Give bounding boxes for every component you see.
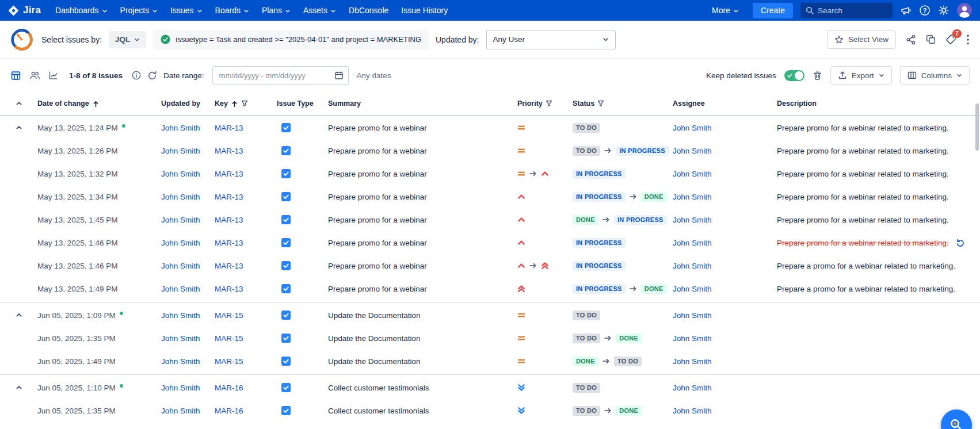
task-issue-type-icon[interactable] — [281, 311, 291, 320]
jql-query-display[interactable]: issuetype = Task and created >= "2025-04… — [153, 30, 429, 49]
assignee-link[interactable]: John Smith — [673, 239, 712, 247]
task-issue-type-icon[interactable] — [281, 334, 291, 343]
updated-by-link[interactable]: John Smith — [161, 407, 200, 415]
query-mode-dropdown[interactable]: JQL — [109, 31, 146, 48]
collapse-group-icon[interactable] — [16, 384, 22, 391]
assignee-link[interactable]: John Smith — [673, 216, 712, 224]
info-icon[interactable] — [132, 71, 141, 80]
announcements-megaphone-icon[interactable] — [900, 5, 912, 16]
assignee-link[interactable]: John Smith — [673, 262, 712, 270]
assignee-link[interactable]: John Smith — [673, 311, 712, 320]
user-avatar[interactable] — [957, 3, 972, 18]
nav-item-dbconsole[interactable]: DbConsole — [342, 0, 395, 21]
assignee-link[interactable]: John Smith — [673, 384, 712, 392]
issue-key-link[interactable]: MAR-13 — [215, 285, 243, 293]
assignee-link[interactable]: John Smith — [673, 407, 712, 415]
issue-key-link[interactable]: MAR-13 — [215, 124, 243, 132]
navbar-search[interactable] — [800, 3, 893, 18]
nav-item-boards[interactable]: Boards — [209, 0, 256, 21]
table-scrollbar-thumb[interactable] — [975, 104, 979, 151]
search-input[interactable] — [818, 6, 887, 15]
issue-key-link[interactable]: MAR-15 — [215, 311, 243, 320]
help-icon[interactable]: ? — [919, 5, 931, 16]
table-view-icon[interactable] — [10, 71, 21, 81]
export-button[interactable]: Export — [830, 66, 892, 85]
task-issue-type-icon[interactable] — [281, 261, 291, 270]
restore-description-icon[interactable] — [956, 238, 965, 247]
trash-icon[interactable] — [813, 71, 822, 81]
nav-item-more[interactable]: More — [706, 0, 745, 21]
task-issue-type-icon[interactable] — [281, 169, 291, 178]
task-issue-type-icon[interactable] — [281, 284, 291, 293]
calendar-icon[interactable] — [334, 71, 344, 80]
assignee-link[interactable]: John Smith — [673, 285, 712, 293]
chart-view-icon[interactable] — [48, 71, 58, 80]
updated-by-link[interactable]: John Smith — [161, 124, 200, 132]
updated-by-link[interactable]: John Smith — [161, 311, 200, 320]
filter-funnel-icon[interactable] — [241, 100, 248, 107]
date-range-input[interactable] — [212, 66, 349, 85]
task-issue-type-icon[interactable] — [281, 383, 291, 392]
more-options-kebab-icon[interactable] — [966, 35, 970, 45]
nav-item-assets[interactable]: Assets — [297, 0, 342, 21]
issue-key-link[interactable]: MAR-13 — [215, 147, 243, 155]
collapse-group-icon[interactable] — [16, 312, 22, 319]
assignee-link[interactable]: John Smith — [673, 124, 712, 132]
task-issue-type-icon[interactable] — [281, 238, 291, 247]
assignee-link[interactable]: John Smith — [673, 357, 712, 366]
header-status[interactable]: Status — [573, 99, 673, 108]
updated-by-link[interactable]: John Smith — [161, 334, 200, 343]
nav-item-projects[interactable]: Projects — [114, 0, 165, 21]
nav-item-issue-history[interactable]: Issue History — [395, 0, 454, 21]
updated-by-link[interactable]: John Smith — [161, 357, 200, 366]
task-issue-type-icon[interactable] — [281, 123, 291, 132]
header-summary[interactable]: Summary — [328, 99, 517, 108]
people-view-icon[interactable] — [29, 71, 40, 80]
task-issue-type-icon[interactable] — [281, 215, 291, 224]
keep-deleted-toggle[interactable] — [784, 70, 804, 81]
issue-key-link[interactable]: MAR-13 — [215, 170, 243, 178]
header-updated-by[interactable]: Updated by — [161, 99, 215, 108]
issue-key-link[interactable]: MAR-13 — [215, 216, 243, 224]
task-issue-type-icon[interactable] — [281, 192, 291, 201]
select-view-button[interactable]: Select View — [827, 30, 896, 49]
columns-button[interactable]: Columns — [900, 66, 970, 85]
updated-by-link[interactable]: John Smith — [161, 384, 200, 392]
refresh-icon[interactable] — [147, 71, 157, 81]
filter-funnel-icon[interactable] — [597, 100, 604, 107]
updated-by-link[interactable]: John Smith — [161, 147, 200, 155]
updated-by-link[interactable]: John Smith — [161, 170, 200, 178]
task-issue-type-icon[interactable] — [281, 406, 291, 415]
task-issue-type-icon[interactable] — [281, 357, 291, 366]
issue-key-link[interactable]: MAR-13 — [215, 262, 243, 270]
header-key[interactable]: Key — [215, 99, 277, 108]
updated-by-link[interactable]: John Smith — [161, 285, 200, 293]
header-date-of-change[interactable]: Date of change — [37, 99, 161, 108]
collapse-all-icon[interactable] — [16, 100, 22, 107]
updated-by-select[interactable]: Any User — [486, 30, 616, 49]
issue-key-link[interactable]: MAR-13 — [215, 239, 243, 247]
nav-item-issues[interactable]: Issues — [164, 0, 208, 21]
header-description[interactable]: Description — [777, 99, 980, 108]
updated-by-link[interactable]: John Smith — [161, 239, 200, 247]
assignee-link[interactable]: John Smith — [673, 170, 712, 178]
assignee-link[interactable]: John Smith — [673, 147, 712, 155]
issue-key-link[interactable]: MAR-16 — [215, 407, 243, 415]
assignee-link[interactable]: John Smith — [673, 193, 712, 201]
header-priority[interactable]: Priority — [517, 99, 573, 108]
updated-by-link[interactable]: John Smith — [161, 216, 200, 224]
updated-by-link[interactable]: John Smith — [161, 193, 200, 201]
issue-key-link[interactable]: MAR-15 — [215, 334, 243, 343]
nav-item-dashboards[interactable]: Dashboards — [49, 0, 114, 21]
create-button[interactable]: Create — [753, 3, 793, 18]
copy-view-icon[interactable] — [926, 35, 936, 44]
filter-funnel-icon[interactable] — [546, 100, 552, 107]
header-assignee[interactable]: Assignee — [673, 99, 777, 108]
header-issue-type[interactable]: Issue Type — [277, 99, 328, 108]
settings-gear-icon[interactable] — [938, 5, 950, 16]
issue-key-link[interactable]: MAR-16 — [215, 384, 243, 392]
task-issue-type-icon[interactable] — [281, 146, 291, 155]
share-icon[interactable] — [906, 35, 916, 45]
issue-key-link[interactable]: MAR-13 — [215, 193, 243, 201]
jira-home-link[interactable]: Jira — [8, 5, 41, 16]
